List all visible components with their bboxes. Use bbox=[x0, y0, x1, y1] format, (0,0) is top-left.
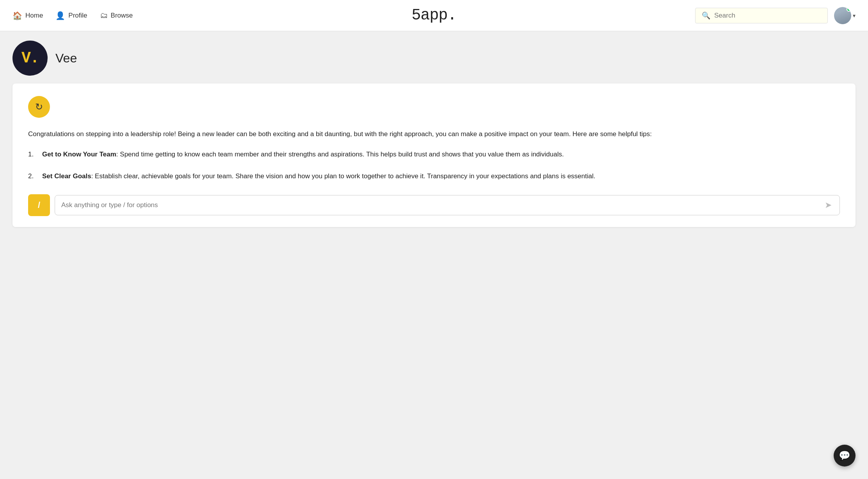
nav-browse-label: Browse bbox=[111, 12, 133, 20]
avatar bbox=[834, 7, 851, 24]
refresh-button[interactable]: ↻ bbox=[28, 96, 50, 118]
header: 🏠 Home 👤 Profile 🗂 Browse 5app. 🔍 ▾ bbox=[0, 0, 868, 31]
main-content: V. Vee ↻ Congratulations on stepping int… bbox=[0, 31, 868, 236]
tip-content-1: Get to Know Your Team: Spend time gettin… bbox=[42, 149, 564, 160]
tip-title-2: Set Clear Goals bbox=[42, 172, 91, 180]
logo-text: 5app. bbox=[411, 7, 456, 24]
intro-text: Congratulations on stepping into a leade… bbox=[28, 129, 840, 140]
chevron-down-icon: ▾ bbox=[853, 12, 856, 19]
chat-body: Congratulations on stepping into a leade… bbox=[28, 129, 840, 182]
tip-title-1: Get to Know Your Team bbox=[42, 151, 116, 158]
logo: 5app. bbox=[411, 7, 456, 24]
tip-content-2: Set Clear Goals: Establish clear, achiev… bbox=[42, 171, 595, 182]
search-input[interactable] bbox=[714, 12, 821, 20]
slash-button[interactable]: / bbox=[28, 194, 50, 216]
chat-card: ↻ Congratulations on stepping into a lea… bbox=[12, 83, 856, 227]
tip-list: 1. Get to Know Your Team: Spend time get… bbox=[28, 149, 840, 182]
nav-profile-label: Profile bbox=[68, 12, 87, 20]
search-box[interactable]: 🔍 bbox=[695, 8, 828, 23]
nav-home[interactable]: 🏠 Home bbox=[12, 11, 43, 20]
chat-input-wrap[interactable]: ➤ bbox=[55, 195, 840, 215]
tip-body-2: : Establish clear, achievable goals for … bbox=[91, 172, 596, 180]
profile-icon: 👤 bbox=[55, 11, 65, 20]
vee-header: V. Vee bbox=[12, 41, 856, 76]
chat-input[interactable] bbox=[61, 201, 823, 209]
chat-input-area: / ➤ bbox=[28, 194, 840, 216]
chat-fab-button[interactable]: 💬 bbox=[834, 445, 856, 467]
vee-name: Vee bbox=[55, 51, 77, 66]
tip-number-2: 2. bbox=[28, 171, 37, 182]
tip-body-1: : Spend time getting to know each team m… bbox=[116, 151, 564, 158]
browse-icon: 🗂 bbox=[100, 11, 108, 20]
nav-home-label: Home bbox=[25, 12, 43, 20]
chat-fab-icon: 💬 bbox=[839, 450, 850, 461]
search-icon: 🔍 bbox=[702, 11, 710, 20]
nav-browse[interactable]: 🗂 Browse bbox=[100, 11, 133, 20]
nav-profile[interactable]: 👤 Profile bbox=[55, 11, 87, 20]
list-item: 1. Get to Know Your Team: Spend time get… bbox=[28, 149, 840, 160]
nav-left: 🏠 Home 👤 Profile 🗂 Browse bbox=[12, 11, 434, 20]
slash-icon: / bbox=[38, 200, 40, 210]
tip-number-1: 1. bbox=[28, 149, 37, 160]
nav-right: 🔍 ▾ bbox=[434, 7, 856, 24]
home-icon: 🏠 bbox=[12, 11, 22, 20]
online-indicator bbox=[847, 7, 851, 12]
send-button[interactable]: ➤ bbox=[823, 200, 833, 210]
vee-logo: V. bbox=[12, 41, 48, 76]
list-item: 2. Set Clear Goals: Establish clear, ach… bbox=[28, 171, 840, 182]
user-menu[interactable]: ▾ bbox=[834, 7, 856, 24]
refresh-icon: ↻ bbox=[35, 101, 43, 112]
vee-logo-letters: V. bbox=[21, 50, 39, 67]
send-icon: ➤ bbox=[825, 200, 832, 210]
